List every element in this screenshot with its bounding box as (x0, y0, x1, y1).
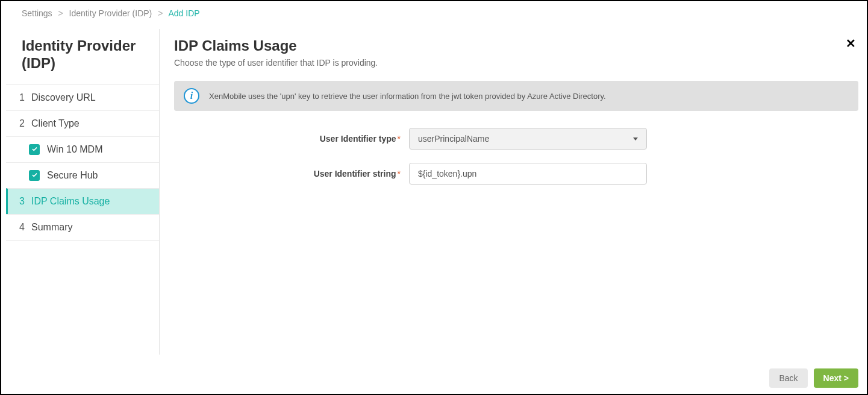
step-label: Discovery URL (31, 92, 96, 103)
substep-label: Secure Hub (47, 170, 98, 181)
step-client-type[interactable]: 2 Client Type (6, 110, 159, 136)
breadcrumb-idp[interactable]: Identity Provider (IDP) (69, 8, 152, 18)
user-identifier-string-input[interactable] (409, 163, 647, 185)
close-icon[interactable]: ✕ (843, 37, 858, 49)
substep-secure-hub[interactable]: Secure Hub (6, 162, 159, 188)
info-icon: i (184, 88, 199, 104)
select-value: userPrincipalName (418, 134, 489, 144)
breadcrumb: Settings > Identity Provider (IDP) > Add… (1, 1, 867, 29)
info-text: XenMobile uses the 'upn' key to retrieve… (209, 92, 606, 101)
breadcrumb-settings[interactable]: Settings (22, 8, 52, 18)
step-label: IDP Claims Usage (31, 196, 110, 207)
vertical-divider (159, 29, 160, 355)
step-number: 1 (19, 92, 31, 103)
page-subtitle: Choose the type of user identifier that … (174, 58, 378, 68)
substep-label: Win 10 MDM (47, 144, 102, 155)
user-identifier-string-label: User Identifier string* (174, 169, 409, 179)
step-summary[interactable]: 4 Summary (6, 214, 159, 241)
step-number: 3 (19, 196, 31, 207)
checkmark-icon (29, 144, 40, 155)
page-title: IDP Claims Usage (174, 37, 378, 54)
sidebar-title: Identity Provider (IDP) (6, 29, 159, 80)
step-idp-claims-usage[interactable]: 3 IDP Claims Usage (6, 188, 159, 214)
step-discovery-url[interactable]: 1 Discovery URL (6, 84, 159, 110)
substep-win10-mdm[interactable]: Win 10 MDM (6, 136, 159, 162)
step-label: Summary (31, 222, 72, 233)
info-banner: i XenMobile uses the 'upn' key to retrie… (174, 81, 858, 111)
user-identifier-type-label: User Identifier type* (174, 134, 409, 144)
caret-down-icon (633, 137, 638, 141)
required-indicator: * (398, 169, 401, 179)
step-number: 4 (19, 222, 31, 233)
step-number: 2 (19, 118, 31, 129)
wizard-sidebar: Identity Provider (IDP) 1 Discovery URL … (1, 29, 159, 355)
next-button[interactable]: Next > (814, 368, 858, 388)
breadcrumb-separator: > (158, 8, 163, 18)
breadcrumb-separator: > (58, 8, 63, 18)
required-indicator: * (398, 134, 401, 144)
user-identifier-type-select[interactable]: userPrincipalName (409, 128, 647, 150)
back-button[interactable]: Back (769, 368, 807, 388)
breadcrumb-current: Add IDP (168, 8, 199, 18)
checkmark-icon (29, 170, 40, 181)
step-label: Client Type (31, 118, 80, 129)
